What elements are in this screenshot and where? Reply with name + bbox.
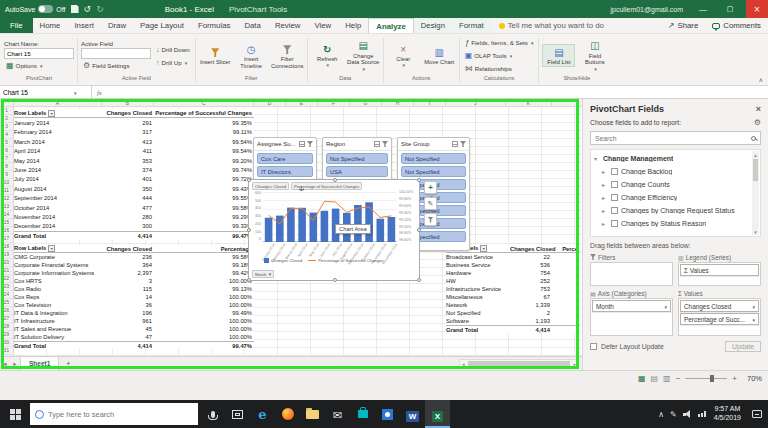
row-header[interactable]: 23 [0,283,13,291]
action-center-button[interactable] [746,400,768,428]
grand-total-row[interactable]: Grand Total 4,414 [446,325,580,333]
start-button[interactable] [0,400,30,428]
pivot-table-row[interactable]: December 201430099.33% [14,222,254,231]
insert-function-button[interactable]: fx [92,89,107,96]
field-list-item[interactable]: Change Efficiency [594,191,750,204]
pivot-table-row[interactable]: Software1,193 [446,317,580,325]
tab-home[interactable]: Home [33,18,68,33]
sheet-tab-sheet1[interactable]: Sheet1 [20,357,59,370]
share-button[interactable]: Share [661,18,706,33]
pivot-table-row[interactable]: Cox Radio11599.13% [14,285,254,293]
row-header[interactable]: 3 [0,123,13,131]
pivot-table-row[interactable]: IT Infrastructure961100.00% [14,317,254,325]
row-labels-filter-icon[interactable] [48,110,55,117]
tab-insert[interactable]: Insert [67,18,101,33]
column-header[interactable]: H [382,99,414,106]
pivot-table-row[interactable]: November 201428099.29% [14,212,254,221]
taskbar-search[interactable] [30,403,198,425]
scroll-right-icon[interactable] [571,360,578,367]
chart-selection-handle[interactable] [247,178,251,182]
autosave-toggle[interactable]: AutoSave Off [5,5,66,13]
chart-selection-handle[interactable] [417,278,421,282]
chart-selection-handle[interactable] [333,278,337,282]
normal-view-icon[interactable] [638,374,646,383]
grand-total-row[interactable]: Grand Total 4,414 99.47% [14,231,254,240]
name-box[interactable] [0,86,92,98]
horizontal-scrollbar[interactable] [459,359,579,368]
expand-icon[interactable] [602,168,608,175]
new-sheet-button[interactable] [62,359,74,368]
tab-view[interactable]: View [307,18,338,33]
field-pill[interactable]: Percentage of Succ... [680,313,759,325]
zoom-out-icon[interactable] [676,374,681,383]
pivot-table-row[interactable]: Corporate Information Systems2,39799.42% [14,269,254,277]
row-header[interactable]: 18 [0,243,13,251]
dictation-button[interactable] [200,400,225,428]
tab-file[interactable]: File [0,18,33,33]
row-header[interactable]: 14 [0,211,13,219]
fields-scrollbar[interactable] [752,151,759,235]
name-box-dropdown-icon[interactable] [73,89,77,96]
relationships-button[interactable]: Relationships [463,63,536,75]
fields-items-sets-button[interactable]: Fields, Items, & Sets [463,37,536,49]
pivot-table-row[interactable]: April 201441199.54% [14,147,254,156]
edge-button[interactable] [250,400,275,428]
field-list[interactable]: Change Management Change BacklogChange C… [590,149,761,237]
field-search-box[interactable] [590,131,761,145]
tab-data[interactable]: Data [237,18,267,33]
row-header[interactable]: 15 [0,219,13,227]
slicer-item[interactable]: Cox Care [257,153,313,164]
column-header[interactable]: E [286,99,318,106]
pivot-table-row[interactable]: Cox Television36100.00% [14,301,254,309]
row-labels-filter-icon[interactable] [48,245,55,252]
pivot-table-row[interactable]: March 201441399.54% [14,137,254,146]
tab-formulas[interactable]: Formulas [191,18,238,33]
drill-up-button[interactable]: Drill Up [154,56,192,68]
chart-selection-handle[interactable] [333,178,337,182]
pivot-table-row[interactable]: Broadcast Service22 [446,253,580,261]
expand-icon[interactable] [602,207,608,214]
slicer-item[interactable]: Not Specified [326,153,388,164]
zoom-slider[interactable] [685,378,727,379]
restore-button[interactable] [719,0,741,18]
redo-icon[interactable] [96,5,104,14]
clear-filter-icon[interactable] [307,141,313,147]
collapse-icon[interactable] [594,155,600,162]
pivot-table-row[interactable]: IT Data & Integration19699.49% [14,309,254,317]
pivot-table-row[interactable]: July 201440199.72% [14,175,254,184]
comments-button[interactable]: Comments [705,18,768,33]
pivot-table-row[interactable]: HW252 [446,277,580,285]
tab-help[interactable]: Help [338,18,368,33]
multi-select-icon[interactable] [374,141,380,147]
row-header[interactable]: 8 [0,163,13,171]
photos-button[interactable] [375,400,400,428]
pivot-table-row[interactable]: September 201444499.55% [14,194,254,203]
zoom-in-icon[interactable] [732,374,737,383]
pivot-table-row[interactable]: Corporate Financial Systems36499.18% [14,261,254,269]
account-email[interactable]: jpcullem01@gmail.com [611,6,683,13]
expand-icon[interactable] [602,181,608,188]
row-header[interactable]: 31 [0,347,13,355]
field-pill[interactable]: Changes Closed [680,300,759,312]
row-header[interactable]: 21 [0,267,13,275]
row-header[interactable]: 20 [0,259,13,267]
column-header[interactable]: B [102,99,154,106]
field-pill[interactable]: Σ Values [680,264,759,276]
close-button[interactable] [746,0,768,18]
pill-dropdown-icon[interactable] [752,303,755,310]
olap-tools-button[interactable]: OLAP Tools [463,50,536,62]
clear-filter-icon[interactable] [382,141,388,147]
pivot-table-row[interactable]: IT Sales and Revenue45100.00% [14,325,254,333]
select-all-corner[interactable] [0,99,14,107]
tab-format[interactable]: Format [452,18,491,33]
field-list-item[interactable]: Change Counts [594,178,750,191]
chart-field-button-changes-closed[interactable]: Changes Closed [252,182,289,190]
chart-filters-button[interactable] [424,213,437,226]
change-data-source-button[interactable]: Change Data Source [347,39,380,72]
scroll-left-icon[interactable] [460,360,467,367]
pivot-table-row[interactable]: February 201431799.11% [14,128,254,137]
chart-selection-handle[interactable] [417,178,421,182]
grand-total-row[interactable]: Grand Total 4,414 99.47% [14,341,254,349]
defer-layout-checkbox[interactable] [590,343,597,350]
active-field-input[interactable] [81,48,151,59]
